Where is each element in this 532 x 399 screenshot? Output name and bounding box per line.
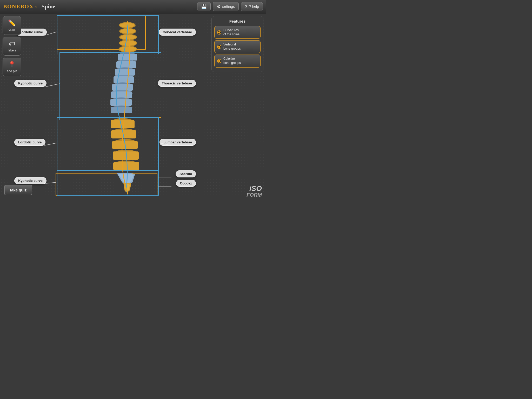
- label-sacrum[interactable]: Sacrum: [176, 170, 196, 177]
- left-toolbar: ✏️ draw 🏷 labels 📍 add pin: [3, 16, 21, 76]
- save-button[interactable]: 💾: [197, 2, 211, 11]
- draw-icon: ✏️: [8, 19, 16, 27]
- thoracic-region: [110, 52, 137, 113]
- radio-vertebral: [217, 45, 221, 49]
- gear-icon: ⚙: [217, 4, 221, 9]
- radio-inner: [218, 31, 220, 34]
- feature-vertebral-label: Vertebralbone groups: [223, 43, 241, 51]
- feature-curvatures[interactable]: Curvaturesof the spine: [214, 26, 261, 39]
- labels-button[interactable]: 🏷 labels: [3, 37, 21, 56]
- isoform-logo: iSO FORM: [247, 185, 262, 197]
- pin-icon: 📍: [8, 61, 16, 68]
- take-quiz-button[interactable]: take quiz: [4, 185, 32, 195]
- iso-text: iSO: [249, 185, 262, 192]
- svg-rect-21: [111, 91, 132, 98]
- radio-curvatures: [217, 30, 221, 35]
- radio-inner-3: [218, 60, 220, 62]
- svg-rect-17: [114, 76, 134, 83]
- bracket-sacrum-coccyx: [57, 170, 158, 195]
- form-text: FORM: [247, 192, 262, 197]
- settings-button[interactable]: ⚙ settings: [213, 2, 239, 11]
- labels-label: labels: [8, 49, 16, 52]
- label-thoracic[interactable]: Thoracic vertebrae: [158, 80, 196, 87]
- bracket-kyphotic-top: [60, 52, 161, 117]
- label-coccyx[interactable]: Coccyx: [176, 180, 196, 187]
- radio-colorize: [217, 59, 221, 63]
- svg-point-5: [120, 35, 136, 39]
- label-kyphotic-top[interactable]: Kyphotic curve: [14, 80, 46, 87]
- feature-colorize-label: Colorizebone groups: [223, 57, 241, 65]
- settings-label: settings: [222, 4, 235, 9]
- svg-point-7: [120, 41, 136, 46]
- label-cervical[interactable]: Cervical vertebrae: [159, 29, 196, 36]
- labels-icon: 🏷: [9, 40, 15, 48]
- svg-rect-13: [116, 61, 136, 68]
- bracket-kyphotic-bottom: [56, 173, 157, 195]
- connector-kyphotic: [45, 84, 60, 87]
- svg-rect-11: [118, 54, 137, 61]
- bracket-lordotic-bottom: [57, 120, 158, 171]
- trademark: ™: [35, 6, 37, 9]
- bracket-thoracic: [60, 52, 161, 120]
- bracket-lumbar: [57, 117, 158, 172]
- svg-point-9: [119, 46, 136, 52]
- feature-vertebral[interactable]: Vertebralbone groups: [214, 40, 261, 53]
- features-panel: Features Curvaturesof the spine Vertebra…: [211, 16, 263, 72]
- svg-rect-27: [111, 120, 135, 128]
- features-title: Features: [214, 19, 261, 23]
- help-label: ? help: [249, 4, 259, 9]
- label-kyphotic-bottom[interactable]: Kyphotic curve: [14, 177, 46, 184]
- coccyx-region: [123, 183, 131, 192]
- label-lumbar[interactable]: Lumbar vertebrae: [159, 139, 196, 146]
- svg-rect-19: [112, 84, 133, 91]
- sacrum-region: [117, 173, 135, 184]
- svg-rect-15: [115, 69, 135, 76]
- svg-rect-35: [113, 162, 139, 170]
- draw-label: draw: [9, 28, 15, 31]
- app-subtitle: - Spine: [38, 3, 55, 10]
- svg-rect-25: [111, 107, 132, 113]
- add-pin-button[interactable]: 📍 add pin: [3, 58, 21, 76]
- help-button[interactable]: ? ? help: [241, 2, 263, 11]
- draw-button[interactable]: ✏️ draw: [3, 16, 21, 35]
- help-icon: ?: [245, 4, 248, 9]
- svg-rect-23: [110, 99, 132, 106]
- app-title: BoneBox™ - Spine: [3, 3, 55, 10]
- radio-inner-2: [218, 46, 220, 48]
- top-bar: BoneBox™ - Spine 💾 ⚙ settings ? ? help: [0, 0, 266, 14]
- bracket-cervical: [57, 16, 158, 54]
- brand-name: BoneBox: [3, 3, 34, 10]
- feature-curvatures-label: Curvaturesof the spine: [223, 28, 240, 36]
- feature-colorize[interactable]: Colorizebone groups: [214, 55, 261, 67]
- connector-lordotic-bottom: [44, 143, 57, 145]
- svg-rect-33: [113, 151, 139, 160]
- save-icon: 💾: [201, 4, 207, 9]
- label-lordotic-bottom[interactable]: Lordotic curve: [14, 139, 45, 146]
- add-pin-label: add pin: [7, 69, 17, 73]
